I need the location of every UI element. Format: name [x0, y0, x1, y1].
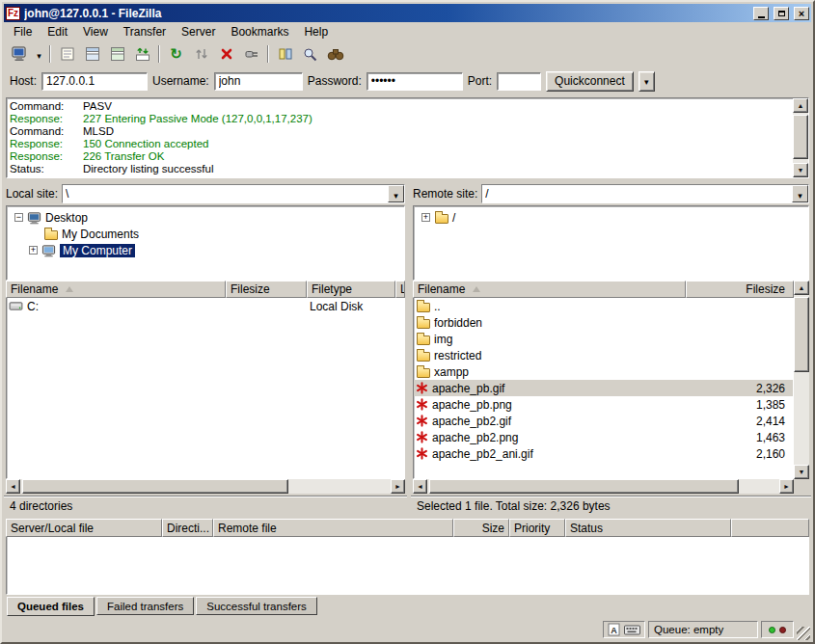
remote-file-row[interactable]: apache_pb.png1,385 — [414, 396, 793, 413]
tab-failed-transfers[interactable]: Failed transfers — [96, 597, 194, 615]
remote-file-row[interactable]: xampp — [414, 363, 793, 380]
local-file-row[interactable]: C: Local Disk — [7, 298, 404, 314]
column-header-label: Filename — [418, 282, 465, 296]
local-horizontal-scrollbar[interactable] — [6, 479, 405, 494]
remote-site-combo[interactable] — [481, 184, 809, 203]
tree-item-root[interactable]: / — [414, 209, 808, 226]
queue-column-server-local-file[interactable]: Server/Local file — [6, 519, 162, 537]
local-site-combo[interactable] — [62, 184, 405, 203]
local-site-dropdown-button[interactable] — [388, 185, 404, 202]
queue-column-direction[interactable]: Directi... — [162, 519, 213, 537]
menu-view[interactable]: View — [75, 23, 116, 40]
site-manager-dropdown-button[interactable] — [33, 43, 45, 65]
remote-file-row[interactable]: apache_pb2_ani.gif2,160 — [414, 445, 793, 462]
password-input[interactable] — [367, 72, 463, 91]
tab-successful-transfers[interactable]: Successful transfers — [196, 597, 317, 615]
expand-expander-icon[interactable] — [29, 246, 38, 255]
title-bar[interactable]: Fz john@127.0.0.1 - FileZilla × — [4, 4, 811, 22]
remote-file-row[interactable]: forbidden — [414, 314, 793, 331]
scrollbar-thumb[interactable] — [22, 479, 288, 494]
scrollbar-thumb[interactable] — [794, 297, 809, 372]
menu-edit[interactable]: Edit — [40, 23, 75, 40]
local-site-input[interactable] — [63, 185, 388, 202]
scroll-left-button[interactable] — [6, 479, 20, 494]
close-button[interactable]: × — [794, 7, 809, 20]
menu-file[interactable]: File — [6, 23, 40, 40]
maximize-icon — [778, 11, 785, 16]
scrollbar-track[interactable] — [427, 479, 779, 494]
scrollbar-thumb[interactable] — [793, 115, 808, 159]
remote-file-row[interactable]: restricted — [414, 347, 793, 363]
menu-bookmarks[interactable]: Bookmarks — [223, 23, 296, 40]
remote-file-row[interactable]: apache_pb2.png1,463 — [414, 429, 793, 445]
site-manager-button[interactable] — [8, 43, 32, 65]
toggle-local-tree-button[interactable] — [80, 43, 104, 65]
tree-item-my-computer[interactable]: My Computer — [7, 242, 404, 258]
maximize-button[interactable] — [774, 7, 789, 20]
column-header-filesize[interactable]: Filesize — [686, 281, 794, 298]
menu-server[interactable]: Server — [174, 23, 223, 40]
resize-grip[interactable] — [797, 627, 810, 640]
remote-site-input[interactable] — [482, 185, 792, 202]
directory-comparison-button[interactable] — [273, 43, 297, 65]
chevron-down-icon — [644, 74, 649, 88]
queue-column-remote-file[interactable]: Remote file — [213, 519, 453, 537]
scrollbar-track[interactable] — [793, 113, 808, 163]
minimize-button[interactable] — [753, 7, 769, 20]
tab-queued-files[interactable]: Queued files — [7, 597, 95, 616]
column-header-label: L — [400, 282, 405, 296]
log-line-text: PASV — [83, 100, 112, 112]
queue-column-priority[interactable]: Priority — [509, 519, 565, 537]
tree-item-desktop[interactable]: Desktop — [7, 209, 404, 226]
refresh-button[interactable] — [164, 43, 188, 65]
scroll-down-button[interactable] — [793, 163, 808, 177]
quickconnect-button[interactable]: Quickconnect — [546, 71, 634, 92]
scrollbar-track[interactable] — [20, 479, 391, 494]
username-input[interactable] — [214, 72, 303, 91]
scroll-up-button[interactable] — [794, 281, 809, 295]
desktop-icon — [27, 211, 41, 225]
expand-expander-icon[interactable] — [421, 213, 430, 222]
toggle-message-log-button[interactable] — [55, 43, 79, 65]
remote-file-row[interactable]: .. — [414, 298, 793, 314]
scroll-right-button[interactable] — [779, 479, 794, 494]
remote-file-row[interactable]: apache_pb2.gif2,414 — [414, 413, 793, 429]
quickconnect-bar: Host: Username: Password: Port: Quickcon… — [4, 67, 811, 95]
column-header-filetype[interactable]: Filetype — [307, 281, 395, 298]
synchronized-browsing-button[interactable] — [298, 43, 322, 65]
remote-file-row[interactable]: img — [414, 331, 793, 347]
toggle-transfer-queue-button[interactable] — [130, 43, 154, 65]
tree-item-label-selected: My Computer — [60, 244, 135, 257]
column-header-filesize[interactable]: Filesize — [226, 281, 307, 298]
queue-body[interactable] — [6, 537, 809, 595]
host-input[interactable] — [41, 72, 148, 91]
menu-help[interactable]: Help — [296, 23, 336, 40]
toggle-remote-tree-button[interactable] — [105, 43, 129, 65]
port-input[interactable] — [497, 72, 541, 91]
scroll-up-button[interactable] — [793, 98, 808, 113]
scrollbar-thumb[interactable] — [429, 479, 739, 494]
remote-vertical-scrollbar[interactable] — [794, 281, 809, 479]
cancel-operation-button[interactable] — [214, 43, 238, 65]
quickconnect-dropdown-button[interactable] — [638, 71, 655, 92]
scrollbar-track[interactable] — [794, 295, 809, 465]
queue-column-status[interactable]: Status — [565, 519, 731, 537]
find-files-button[interactable] — [323, 43, 347, 65]
scroll-right-button[interactable] — [391, 479, 405, 494]
magnifier-icon — [303, 47, 317, 62]
scroll-down-button[interactable] — [794, 465, 809, 479]
menu-transfer[interactable]: Transfer — [116, 23, 174, 40]
remote-horizontal-scrollbar[interactable] — [413, 479, 794, 494]
column-header-lastmodified[interactable]: L — [395, 281, 405, 298]
tree-item-my-documents[interactable]: My Documents — [7, 226, 404, 242]
column-header-filename[interactable]: Filename — [413, 281, 686, 298]
remote-site-dropdown-button[interactable] — [792, 185, 808, 202]
queue-column-size[interactable]: Size — [453, 519, 509, 537]
collapse-expander-icon[interactable] — [14, 213, 23, 222]
remote-file-row-selected[interactable]: apache_pb.gif2,326 — [414, 380, 793, 396]
column-header-filename[interactable]: Filename — [6, 281, 226, 298]
disconnect-button[interactable] — [239, 43, 263, 65]
log-vertical-scrollbar[interactable] — [793, 98, 808, 177]
process-queue-button[interactable] — [189, 43, 213, 65]
scroll-left-button[interactable] — [413, 479, 427, 494]
